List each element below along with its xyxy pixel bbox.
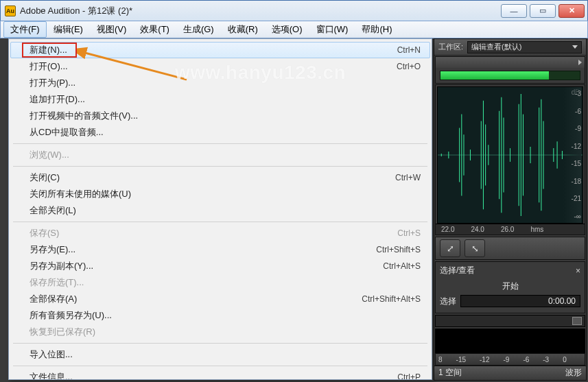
menu-item-shortcut: Ctrl+Shift+S bbox=[376, 245, 421, 254]
menu-item-4[interactable]: 生成(G) bbox=[176, 21, 221, 38]
file-menu-item-21[interactable]: 导入位图... bbox=[10, 346, 430, 363]
scroll-thumb[interactable] bbox=[572, 317, 582, 325]
db-tick: -18 bbox=[563, 178, 581, 185]
file-menu-dropdown: 新建(N)...Ctrl+N打开(O)...Ctrl+O打开为(P)...追加打… bbox=[8, 38, 432, 380]
menu-item-label: 所有音频另存为(U)... bbox=[30, 309, 421, 322]
menu-item-5[interactable]: 收藏(R) bbox=[221, 21, 265, 38]
menu-item-7[interactable]: 窗口(W) bbox=[309, 21, 355, 38]
workspace-label: 工作区: bbox=[438, 42, 463, 52]
selection-col-header: 开始 bbox=[440, 280, 580, 292]
workspace-row: 工作区: 编辑查看(默认) bbox=[434, 39, 586, 56]
zoom-in-icon: ⤢ bbox=[447, 243, 454, 254]
menu-item-0[interactable]: 文件(F) bbox=[3, 21, 47, 38]
close-icon[interactable]: × bbox=[576, 266, 580, 276]
workspace-value: 编辑查看(默认) bbox=[471, 42, 521, 52]
waveform-display[interactable]: dB -3-6-9-12-15-18-21 bbox=[437, 86, 583, 224]
menu-item-shortcut: Ctrl+N bbox=[397, 45, 421, 55]
menu-item-label: 打开视频中的音频文件(V)... bbox=[30, 110, 421, 122]
db-tick: -21 bbox=[563, 195, 581, 202]
menu-item-label: 保存(S) bbox=[30, 227, 397, 239]
menu-item-label: 追加打开(D)... bbox=[30, 93, 421, 106]
right-panels: 工作区: 编辑查看(默认) dB bbox=[434, 38, 587, 381]
ruler-tick: -15 bbox=[456, 356, 466, 363]
file-menu-item-19: 恢复到已保存(R) bbox=[10, 324, 430, 340]
status-left: 1 空间 bbox=[438, 367, 462, 379]
menu-item-label: 全部关闭(L) bbox=[30, 204, 421, 217]
menu-item-label: 浏览(W)... bbox=[30, 149, 421, 161]
ruler-tick: -9 bbox=[503, 356, 509, 363]
waveform-timeline: 22.024.026.0hms bbox=[436, 224, 585, 235]
chevron-down-icon bbox=[572, 45, 578, 49]
close-button[interactable]: ✕ bbox=[558, 4, 585, 18]
selection-start-value[interactable]: 0:00.00 bbox=[460, 295, 580, 307]
file-menu-item-16: 保存所选(T)... bbox=[10, 274, 430, 291]
file-menu-item-3[interactable]: 追加打开(D)... bbox=[10, 91, 430, 108]
file-menu-item-0[interactable]: 新建(N)...Ctrl+N bbox=[10, 42, 430, 58]
ruler-tick: -6 bbox=[523, 356, 529, 363]
menu-item-shortcut: Ctrl+Shift+Alt+S bbox=[362, 294, 421, 304]
status-footer: 1 空间 波形 bbox=[434, 366, 586, 379]
menu-item-1[interactable]: 编辑(E) bbox=[47, 21, 90, 38]
db-tick: -∞ bbox=[563, 213, 581, 220]
panel-menu[interactable] bbox=[436, 57, 585, 68]
zoom-out-button[interactable]: ⤡ bbox=[464, 239, 485, 257]
file-menu-item-17[interactable]: 全部保存(A)Ctrl+Shift+Alt+S bbox=[10, 291, 430, 307]
menu-separator bbox=[13, 222, 427, 222]
menu-separator bbox=[13, 343, 427, 344]
level-meter bbox=[440, 71, 580, 80]
zoom-toolbar: ⤢ ⤡ bbox=[435, 237, 585, 260]
menu-item-label: 从CD中提取音频... bbox=[30, 126, 421, 139]
ruler-tick: -12 bbox=[480, 356, 489, 363]
timeline-tick: 22.0 bbox=[441, 226, 454, 233]
menu-item-label: 导入位图... bbox=[30, 348, 421, 361]
db-tick: -6 bbox=[563, 108, 581, 115]
file-menu-item-18[interactable]: 所有音频另存为(U)... bbox=[10, 307, 430, 324]
maximize-button[interactable]: ▭ bbox=[530, 4, 556, 18]
file-menu-item-11[interactable]: 全部关闭(L) bbox=[10, 202, 430, 219]
menu-item-label: 文件信息... bbox=[30, 371, 397, 380]
menu-item-label: 恢复到已保存(R) bbox=[30, 326, 421, 338]
menu-item-2[interactable]: 视图(V) bbox=[90, 21, 133, 38]
zoom-in-button[interactable]: ⤢ bbox=[440, 239, 460, 257]
file-menu-item-1[interactable]: 打开(O)...Ctrl+O bbox=[10, 58, 430, 75]
selection-row-label: 选择 bbox=[440, 296, 456, 307]
menu-item-shortcut: Ctrl+Alt+S bbox=[383, 261, 421, 271]
file-menu-item-4[interactable]: 打开视频中的音频文件(V)... bbox=[10, 108, 430, 124]
menu-separator bbox=[13, 143, 427, 144]
menu-item-label: 另存为副本(Y)... bbox=[30, 260, 383, 272]
menu-item-label: 打开(O)... bbox=[30, 60, 397, 73]
db-scale: -3-6-9-12-15-18-21-∞ bbox=[563, 87, 581, 223]
db-tick: -9 bbox=[563, 125, 581, 132]
levels-panel bbox=[435, 56, 585, 84]
selection-panel: 选择/查看 × 开始 选择 0:00.00 bbox=[435, 261, 585, 313]
menu-item-6[interactable]: 选项(O) bbox=[265, 21, 309, 38]
scroll-strip[interactable] bbox=[435, 315, 585, 327]
ruler-tick: -3 bbox=[543, 356, 549, 363]
menu-item-shortcut: Ctrl+W bbox=[395, 173, 421, 182]
file-menu-item-15[interactable]: 另存为副本(Y)...Ctrl+Alt+S bbox=[10, 258, 430, 274]
file-menu-item-14[interactable]: 另存为(E)...Ctrl+Shift+S bbox=[10, 241, 430, 258]
file-menu-item-7: 浏览(W)... bbox=[10, 147, 430, 163]
app-icon: Au bbox=[5, 5, 16, 16]
ruler-tick: 8 bbox=[438, 356, 443, 363]
window-buttons: — ▭ ✕ bbox=[498, 4, 585, 18]
timeline-tick: 26.0 bbox=[501, 226, 514, 233]
file-menu-item-2[interactable]: 打开为(P)... bbox=[10, 75, 430, 91]
file-menu-item-5[interactable]: 从CD中提取音频... bbox=[10, 124, 430, 141]
minimize-button[interactable]: — bbox=[501, 4, 527, 18]
file-menu-item-9[interactable]: 关闭(C)Ctrl+W bbox=[10, 169, 430, 186]
bottom-ruler: 8-15-12-9-6-30 bbox=[435, 353, 585, 366]
triangle-icon bbox=[578, 60, 582, 65]
menu-separator bbox=[13, 366, 427, 366]
file-menu-item-10[interactable]: 关闭所有未使用的媒体(U) bbox=[10, 186, 430, 202]
menu-item-8[interactable]: 帮助(H) bbox=[355, 21, 399, 38]
file-menu-item-23[interactable]: 文件信息...Ctrl+P bbox=[10, 369, 430, 380]
timeline-tick: 24.0 bbox=[471, 226, 484, 233]
selection-tab[interactable]: 选择/查看 bbox=[440, 265, 475, 276]
waveform-panel: dB -3-6-9-12-15-18-21 bbox=[435, 84, 585, 235]
menu-item-label: 新建(N)... bbox=[30, 44, 397, 56]
menu-item-3[interactable]: 效果(T) bbox=[133, 21, 176, 38]
workspace-select[interactable]: 编辑查看(默认) bbox=[467, 41, 582, 53]
timeline-tick: hms bbox=[530, 226, 543, 233]
menu-item-shortcut: Ctrl+P bbox=[397, 372, 421, 380]
